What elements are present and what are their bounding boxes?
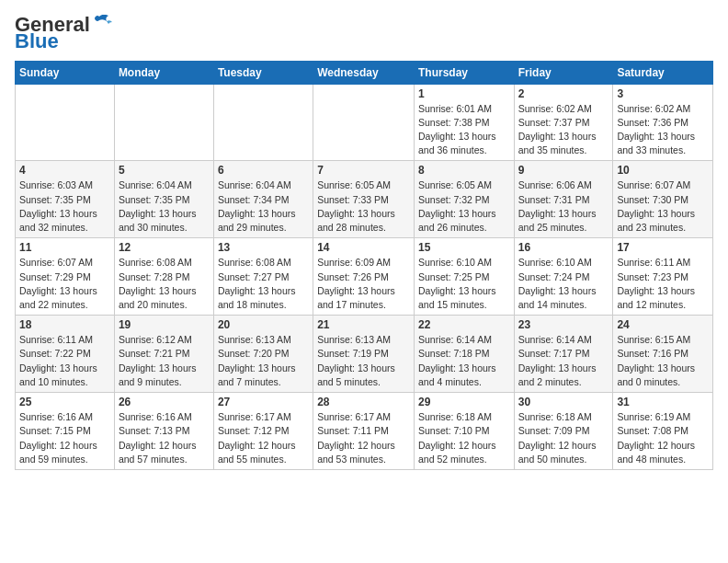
day-info: Sunrise: 6:01 AMSunset: 7:38 PMDaylight:… <box>418 102 510 158</box>
calendar-table: SundayMondayTuesdayWednesdayThursdayFrid… <box>15 61 713 470</box>
calendar-cell: 7Sunrise: 6:05 AMSunset: 7:33 PMDaylight… <box>313 161 415 238</box>
weekday-header-sunday: Sunday <box>16 61 115 84</box>
day-info: Sunrise: 6:04 AMSunset: 7:35 PMDaylight:… <box>119 178 210 235</box>
logo-blue: Blue <box>15 33 59 50</box>
calendar-week-3: 11Sunrise: 6:07 AMSunset: 7:29 PMDayligh… <box>16 238 713 316</box>
calendar-cell: 18Sunrise: 6:11 AMSunset: 7:22 PMDayligh… <box>16 316 115 393</box>
day-number: 2 <box>518 87 609 100</box>
calendar-week-2: 4Sunrise: 6:03 AMSunset: 7:35 PMDaylight… <box>16 161 713 238</box>
day-info: Sunrise: 6:03 AMSunset: 7:35 PMDaylight:… <box>19 178 110 235</box>
day-number: 19 <box>119 318 210 331</box>
day-number: 8 <box>418 164 510 177</box>
calendar-cell: 26Sunrise: 6:16 AMSunset: 7:13 PMDayligh… <box>114 393 213 470</box>
day-info: Sunrise: 6:11 AMSunset: 7:22 PMDaylight:… <box>19 333 110 389</box>
day-info: Sunrise: 6:08 AMSunset: 7:28 PMDaylight:… <box>119 256 210 312</box>
calendar-cell: 28Sunrise: 6:17 AMSunset: 7:11 PMDayligh… <box>313 393 415 470</box>
calendar-cell: 11Sunrise: 6:07 AMSunset: 7:29 PMDayligh… <box>16 238 115 316</box>
calendar-cell: 23Sunrise: 6:14 AMSunset: 7:17 PMDayligh… <box>514 316 613 393</box>
day-info: Sunrise: 6:10 AMSunset: 7:25 PMDaylight:… <box>418 256 510 312</box>
weekday-header-monday: Monday <box>114 61 213 84</box>
day-number: 17 <box>617 241 709 254</box>
day-info: Sunrise: 6:14 AMSunset: 7:17 PMDaylight:… <box>518 333 609 389</box>
day-number: 29 <box>418 396 510 408</box>
day-number: 25 <box>19 396 110 408</box>
calendar-cell: 13Sunrise: 6:08 AMSunset: 7:27 PMDayligh… <box>213 238 313 316</box>
day-number: 20 <box>218 318 309 331</box>
day-number: 26 <box>119 396 210 408</box>
calendar-cell: 30Sunrise: 6:18 AMSunset: 7:09 PMDayligh… <box>514 393 613 470</box>
day-number: 11 <box>19 241 110 254</box>
day-number: 14 <box>317 241 410 254</box>
calendar-cell: 8Sunrise: 6:05 AMSunset: 7:32 PMDaylight… <box>414 161 514 238</box>
day-info: Sunrise: 6:02 AMSunset: 7:37 PMDaylight:… <box>518 102 609 158</box>
calendar-cell: 17Sunrise: 6:11 AMSunset: 7:23 PMDayligh… <box>613 238 713 316</box>
calendar-week-5: 25Sunrise: 6:16 AMSunset: 7:15 PMDayligh… <box>16 393 713 470</box>
calendar-week-4: 18Sunrise: 6:11 AMSunset: 7:22 PMDayligh… <box>16 316 713 393</box>
day-number: 1 <box>418 87 510 100</box>
day-number: 16 <box>518 241 609 254</box>
day-info: Sunrise: 6:16 AMSunset: 7:13 PMDaylight:… <box>119 410 210 466</box>
day-info: Sunrise: 6:13 AMSunset: 7:19 PMDaylight:… <box>317 333 410 389</box>
day-info: Sunrise: 6:17 AMSunset: 7:12 PMDaylight:… <box>218 410 309 466</box>
day-number: 24 <box>617 318 709 331</box>
day-info: Sunrise: 6:14 AMSunset: 7:18 PMDaylight:… <box>418 333 510 389</box>
day-info: Sunrise: 6:18 AMSunset: 7:10 PMDaylight:… <box>418 410 510 466</box>
day-info: Sunrise: 6:18 AMSunset: 7:09 PMDaylight:… <box>518 410 609 466</box>
page-header: General Blue <box>15 15 713 50</box>
calendar-cell: 21Sunrise: 6:13 AMSunset: 7:19 PMDayligh… <box>313 316 415 393</box>
day-number: 7 <box>317 164 410 177</box>
day-info: Sunrise: 6:07 AMSunset: 7:29 PMDaylight:… <box>19 256 110 312</box>
day-number: 22 <box>418 318 510 331</box>
day-info: Sunrise: 6:05 AMSunset: 7:32 PMDaylight:… <box>418 178 510 235</box>
day-number: 23 <box>518 318 609 331</box>
logo: General Blue <box>15 15 112 50</box>
day-info: Sunrise: 6:16 AMSunset: 7:15 PMDaylight:… <box>19 410 110 466</box>
day-number: 30 <box>518 396 609 408</box>
calendar-cell: 25Sunrise: 6:16 AMSunset: 7:15 PMDayligh… <box>16 393 115 470</box>
day-number: 31 <box>617 396 709 408</box>
day-info: Sunrise: 6:19 AMSunset: 7:08 PMDaylight:… <box>617 410 709 466</box>
calendar-cell: 19Sunrise: 6:12 AMSunset: 7:21 PMDayligh… <box>114 316 213 393</box>
day-info: Sunrise: 6:11 AMSunset: 7:23 PMDaylight:… <box>617 256 709 312</box>
day-info: Sunrise: 6:15 AMSunset: 7:16 PMDaylight:… <box>617 333 709 389</box>
day-number: 10 <box>617 164 709 177</box>
calendar-cell: 12Sunrise: 6:08 AMSunset: 7:28 PMDayligh… <box>114 238 213 316</box>
calendar-cell <box>16 84 115 161</box>
day-info: Sunrise: 6:10 AMSunset: 7:24 PMDaylight:… <box>518 256 609 312</box>
calendar-cell: 16Sunrise: 6:10 AMSunset: 7:24 PMDayligh… <box>514 238 613 316</box>
day-number: 12 <box>119 241 210 254</box>
calendar-cell: 9Sunrise: 6:06 AMSunset: 7:31 PMDaylight… <box>514 161 613 238</box>
day-number: 3 <box>617 87 709 100</box>
day-info: Sunrise: 6:05 AMSunset: 7:33 PMDaylight:… <box>317 178 410 235</box>
day-info: Sunrise: 6:13 AMSunset: 7:20 PMDaylight:… <box>218 333 309 389</box>
weekday-header-friday: Friday <box>514 61 613 84</box>
weekday-header-saturday: Saturday <box>613 61 713 84</box>
day-number: 4 <box>19 164 110 177</box>
calendar-cell: 20Sunrise: 6:13 AMSunset: 7:20 PMDayligh… <box>213 316 313 393</box>
calendar-cell <box>313 84 415 161</box>
calendar-cell: 2Sunrise: 6:02 AMSunset: 7:37 PMDaylight… <box>514 84 613 161</box>
calendar-cell: 1Sunrise: 6:01 AMSunset: 7:38 PMDaylight… <box>414 84 514 161</box>
calendar-cell <box>114 84 213 161</box>
day-info: Sunrise: 6:06 AMSunset: 7:31 PMDaylight:… <box>518 178 609 235</box>
calendar-cell: 6Sunrise: 6:04 AMSunset: 7:34 PMDaylight… <box>213 161 313 238</box>
day-info: Sunrise: 6:02 AMSunset: 7:36 PMDaylight:… <box>617 102 709 158</box>
calendar-week-1: 1Sunrise: 6:01 AMSunset: 7:38 PMDaylight… <box>16 84 713 161</box>
day-info: Sunrise: 6:04 AMSunset: 7:34 PMDaylight:… <box>218 178 309 235</box>
day-number: 13 <box>218 241 309 254</box>
day-info: Sunrise: 6:17 AMSunset: 7:11 PMDaylight:… <box>317 410 410 466</box>
day-info: Sunrise: 6:07 AMSunset: 7:30 PMDaylight:… <box>617 178 709 235</box>
calendar-cell: 4Sunrise: 6:03 AMSunset: 7:35 PMDaylight… <box>16 161 115 238</box>
calendar-body: 1Sunrise: 6:01 AMSunset: 7:38 PMDaylight… <box>16 84 713 469</box>
day-info: Sunrise: 6:08 AMSunset: 7:27 PMDaylight:… <box>218 256 309 312</box>
day-info: Sunrise: 6:12 AMSunset: 7:21 PMDaylight:… <box>119 333 210 389</box>
calendar-cell: 29Sunrise: 6:18 AMSunset: 7:10 PMDayligh… <box>414 393 514 470</box>
calendar-cell: 3Sunrise: 6:02 AMSunset: 7:36 PMDaylight… <box>613 84 713 161</box>
weekday-header-row: SundayMondayTuesdayWednesdayThursdayFrid… <box>16 61 713 84</box>
day-number: 18 <box>19 318 110 331</box>
calendar-cell: 5Sunrise: 6:04 AMSunset: 7:35 PMDaylight… <box>114 161 213 238</box>
weekday-header-tuesday: Tuesday <box>213 61 313 84</box>
day-number: 6 <box>218 164 309 177</box>
day-number: 28 <box>317 396 410 408</box>
calendar-cell: 31Sunrise: 6:19 AMSunset: 7:08 PMDayligh… <box>613 393 713 470</box>
